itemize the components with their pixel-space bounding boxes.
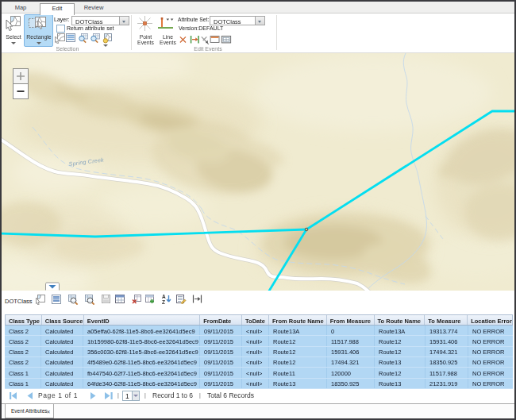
svg-text:A: A xyxy=(162,294,166,299)
svg-text:Z: Z xyxy=(162,299,165,305)
